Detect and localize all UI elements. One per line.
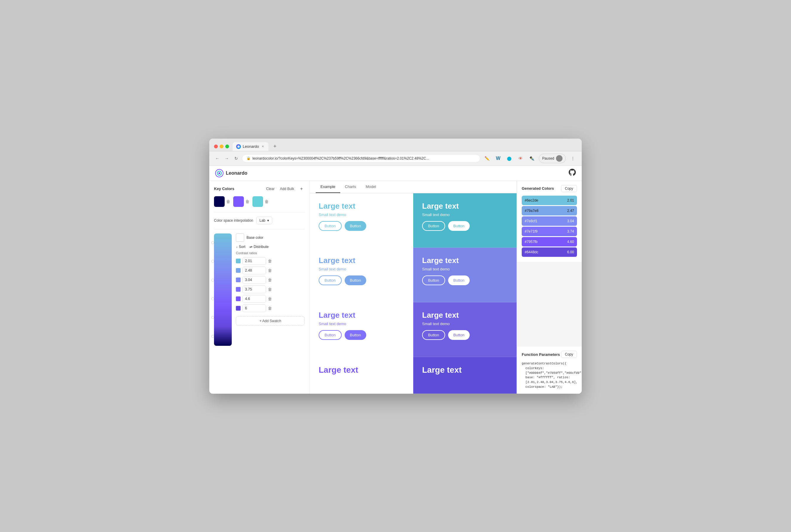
example-cell-3: Large text Small text demo Button Button — [310, 248, 413, 302]
paused-button[interactable]: Paused — [539, 154, 566, 163]
cell-btn-filled-4[interactable]: Button — [448, 276, 470, 285]
trash-icon-3[interactable]: 🗑 — [265, 199, 269, 204]
app-title: Leonardo — [226, 171, 247, 176]
cell-btn-filled-2[interactable]: Button — [448, 221, 470, 231]
back-button[interactable]: ← — [214, 155, 221, 162]
example-cell-7: Large text — [310, 357, 413, 394]
ratio-trash-1[interactable]: 🗑 — [268, 259, 272, 263]
github-icon[interactable] — [569, 169, 576, 178]
ratio-input-5[interactable] — [242, 295, 266, 303]
copy-params-button[interactable]: Copy — [561, 351, 577, 358]
example-cell-5: Large text Small text demo Button Button — [310, 302, 413, 357]
eye-icon[interactable]: 👁 — [516, 154, 525, 163]
clear-button[interactable]: Clear — [265, 186, 276, 191]
generated-colors-section: Generated Colors Copy #6ec2de 2.01 #79a7… — [517, 181, 582, 262]
ratio-row-2: 🗑 — [236, 267, 305, 274]
cell-btn-outline-3[interactable]: Button — [319, 276, 342, 285]
ratio-swatch-5 — [236, 297, 241, 301]
ratio-trash-6[interactable]: 🗑 — [268, 306, 272, 311]
logo-icon — [215, 169, 224, 177]
color-chip-3: #7e8cf1 3.04 — [522, 216, 577, 226]
swatch-dark-navy[interactable] — [214, 196, 225, 207]
distribute-icon: ⇌ — [249, 245, 252, 249]
browser-tab[interactable]: Leonardo ✕ — [233, 142, 268, 151]
swatch-purple[interactable] — [233, 196, 244, 207]
add-color-button[interactable]: + — [298, 186, 305, 192]
add-bulk-button[interactable]: Add Bulk — [279, 186, 295, 191]
ratio-input-1[interactable] — [242, 257, 266, 265]
app-header: Leonardo — [209, 166, 582, 181]
right-spacer — [517, 262, 582, 347]
minimize-button[interactable] — [220, 145, 224, 148]
function-code: generateContrastColors({ colorKeys: ["#0… — [522, 361, 577, 390]
example-grid: Large text Small text demo Button Button… — [310, 193, 517, 394]
gradient-section: Base color ↓ Sort ⇌ Distribute Contrast … — [214, 233, 305, 346]
ratio-swatch-4 — [236, 287, 241, 292]
ratio-trash-2[interactable]: 🗑 — [268, 268, 272, 273]
app-body: Key Colors Clear Add Bulk + 🗑 🗑 🗑 — [209, 181, 582, 394]
cell-btn-filled-1[interactable]: Button — [345, 221, 366, 231]
cell-btn-filled-5[interactable]: Button — [345, 330, 366, 340]
gradient-dot-2 — [212, 260, 214, 263]
cell-btn-filled-3[interactable]: Button — [345, 276, 366, 285]
function-params-header: Function Parameters Copy — [522, 351, 577, 358]
add-swatch-button[interactable]: + Add Swatch — [236, 316, 305, 326]
swatch-teal[interactable] — [252, 196, 263, 207]
cell-btn-outline-1[interactable]: Button — [319, 221, 342, 231]
user-avatar — [556, 155, 563, 162]
ratio-input-6[interactable] — [242, 304, 266, 312]
cell-large-text-7: Large text — [319, 365, 404, 375]
pen-icon[interactable]: ✏️ — [483, 154, 491, 163]
edit-icon[interactable]: ✒️ — [528, 154, 536, 163]
ratio-trash-4[interactable]: 🗑 — [268, 287, 272, 292]
forward-button[interactable]: → — [224, 155, 230, 162]
close-button[interactable] — [214, 145, 218, 148]
distribute-button[interactable]: ⇌ Distribute — [249, 245, 269, 249]
ratio-input-2[interactable] — [242, 267, 266, 274]
svg-point-0 — [237, 146, 240, 148]
color-hex-3: #7e8cf1 — [525, 219, 538, 223]
cell-large-text-3: Large text — [319, 256, 404, 265]
ratio-input-3[interactable] — [242, 276, 266, 284]
url-bar[interactable]: 🔒 leonardocolor.io/?colorKeys=%2300004f%… — [242, 155, 480, 162]
circle-icon[interactable]: ⬤ — [505, 154, 513, 163]
cell-small-text-3: Small text demo — [319, 267, 404, 271]
refresh-button[interactable]: ↻ — [233, 155, 240, 162]
color-space-select[interactable]: Lab ▾ — [256, 217, 272, 224]
cell-btn-outline-4[interactable]: Button — [422, 276, 445, 285]
ratio-trash-5[interactable]: 🗑 — [268, 297, 272, 301]
new-tab-button[interactable]: + — [271, 142, 279, 151]
contrast-ratios-label: Contrast ratios — [236, 251, 305, 255]
cell-btn-outline-5[interactable]: Button — [319, 330, 342, 340]
ratio-swatch-2 — [236, 268, 241, 273]
tab-model[interactable]: Model — [361, 181, 381, 193]
trash-icon-2[interactable]: 🗑 — [245, 199, 249, 204]
tab-favicon-icon — [236, 144, 241, 149]
tab-example[interactable]: Example — [316, 181, 340, 193]
maximize-button[interactable] — [225, 145, 229, 148]
cell-small-text-2: Small text demo — [422, 212, 508, 217]
ratio-input-4[interactable] — [242, 285, 266, 293]
ratio-trash-3[interactable]: 🗑 — [268, 278, 272, 282]
cell-btn-outline-2[interactable]: Button — [422, 221, 445, 231]
traffic-lights — [214, 145, 229, 148]
sort-button[interactable]: ↓ Sort — [236, 245, 245, 249]
cell-buttons-4: Button Button — [422, 276, 508, 285]
cell-btn-filled-6[interactable]: Button — [448, 330, 470, 340]
trash-icon-1[interactable]: 🗑 — [226, 199, 230, 204]
cell-btn-outline-6[interactable]: Button — [422, 330, 445, 340]
base-color-swatch[interactable] — [236, 233, 244, 242]
cell-large-text-6: Large text — [422, 311, 508, 320]
ratio-swatch-3 — [236, 278, 241, 282]
gradient-bar — [214, 233, 232, 346]
tab-close-icon[interactable]: ✕ — [261, 145, 265, 149]
menu-icon[interactable]: ⋮ — [569, 154, 577, 163]
example-cell-4: Large text Small text demo Button Button — [413, 248, 517, 302]
copy-generated-button[interactable]: Copy — [561, 185, 577, 192]
cell-buttons-1: Button Button — [319, 221, 404, 231]
tab-charts[interactable]: Charts — [340, 181, 361, 193]
wordpress-icon[interactable]: W — [494, 154, 502, 163]
gradient-dot-4 — [212, 298, 214, 300]
color-chip-4: #7e71f9 3.74 — [522, 227, 577, 236]
base-color-label: Base color — [246, 235, 263, 240]
